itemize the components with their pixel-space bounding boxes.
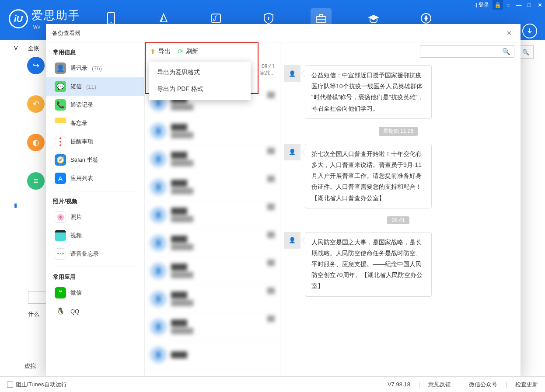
- modal-title: 备份查看器: [52, 29, 80, 37]
- sidebar-item-label: 微信: [70, 289, 82, 297]
- bg-share-icon: ↪: [27, 57, 45, 74]
- block-itunes-label: 阻止iTunes自动运行: [16, 381, 67, 389]
- bg-box: [28, 291, 46, 304]
- sidebar-item-label: QQ: [70, 308, 79, 315]
- avatar-icon: 👤: [150, 151, 167, 167]
- export-button[interactable]: ⬆ 导出: [150, 48, 171, 56]
- avatar-icon: 👤: [150, 291, 167, 307]
- refresh-label: 刷新: [186, 48, 198, 56]
- section-header-apps: 常用应用: [46, 271, 144, 284]
- phone-icon: 📞: [55, 99, 66, 111]
- sidebar-item-label: 短信: [70, 83, 82, 90]
- sidebar-item-voicememos[interactable]: 〰 语音备忘录: [46, 245, 144, 263]
- refresh-button[interactable]: ⟳ 刷新: [178, 48, 198, 56]
- photos-icon: 🌸: [55, 212, 66, 223]
- modal-close-button[interactable]: ✕: [504, 28, 514, 38]
- sidebar-item-reminders[interactable]: ●●● 提醒事项: [46, 132, 144, 151]
- wechat-pub-link[interactable]: 微信公众号: [469, 381, 497, 389]
- message-bubble: 人民防空是国之大事，是国家战略，是长期战略。人民防空使命任务是战时防空、平时服务…: [305, 232, 432, 297]
- login-link[interactable]: →] 登录: [468, 1, 493, 9]
- message-bubble: 公益短信：中宣部近日授予国家援鄂抗疫医疗队等10个抗疫一线医务人员英雄群体“时代…: [305, 65, 432, 119]
- sidebar-item-photos[interactable]: 🌸 照片: [46, 208, 144, 226]
- export-label: 导出: [158, 48, 171, 56]
- reminders-icon: ●●●: [55, 136, 66, 147]
- videos-icon: [55, 230, 66, 241]
- bg-virtual: 虚拟: [24, 362, 36, 370]
- sidebar-item-sms[interactable]: 💬 短信 (11): [46, 77, 144, 96]
- apps-icon: A: [55, 173, 66, 184]
- section-header-common: 常用信息: [46, 46, 144, 59]
- avatar-icon: 👤: [284, 65, 300, 82]
- sidebar-item-videos[interactable]: 视频: [46, 226, 144, 245]
- avatar-icon: 👤: [284, 232, 300, 249]
- feedback-link[interactable]: 意见反馈: [428, 381, 451, 389]
- bg-undo-icon: ↶: [27, 95, 45, 113]
- thread-row[interactable]: 👤████████████: [145, 201, 280, 229]
- thread-row[interactable]: 👤████████████: [145, 229, 280, 257]
- thread-row[interactable]: 👤████████████: [145, 173, 280, 201]
- bg-text: 全恢: [28, 45, 39, 52]
- thread-row[interactable]: 👤████████████: [145, 257, 280, 285]
- export-menu-item-pdf[interactable]: 导出为 PDF 格式: [149, 81, 251, 97]
- thread-row[interactable]: 👤████████████: [145, 313, 280, 341]
- download-button[interactable]: [522, 24, 537, 38]
- version-label: V7.98.18: [388, 381, 410, 388]
- safari-icon: 🧭: [55, 154, 66, 166]
- sidebar-item-safari[interactable]: 🧭 Safari 书签: [46, 151, 144, 169]
- contacts-icon: 👤: [55, 62, 66, 74]
- bg-check-icon: ≡: [27, 172, 45, 190]
- thread-row[interactable]: 👤████████████: [145, 145, 280, 173]
- search-input[interactable]: [424, 49, 502, 55]
- maximize-button[interactable]: □: [524, 0, 535, 10]
- minimize-button[interactable]: —: [514, 0, 524, 10]
- wechat-icon: ❝: [55, 287, 66, 298]
- sidebar-item-label: 通话记录: [70, 101, 93, 109]
- bg-what: 什么: [28, 310, 39, 318]
- thread-row[interactable]: 👤████████████: [145, 285, 280, 313]
- qq-icon: 🐧: [55, 305, 66, 317]
- notes-icon: [55, 118, 66, 129]
- sidebar-item-label: 提醒事项: [70, 138, 93, 146]
- section-header-media: 照片/视频: [46, 195, 144, 208]
- sidebar-item-wechat[interactable]: ❝ 微信: [46, 284, 144, 302]
- bg-letter: V: [14, 45, 18, 51]
- refresh-icon: ⟳: [178, 48, 183, 56]
- sidebar-item-count: (76): [92, 65, 102, 72]
- export-menu-item-aisi[interactable]: 导出为爱思格式: [149, 64, 251, 81]
- sidebar-item-label: 应用列表: [70, 174, 93, 182]
- search-icon[interactable]: 🔍: [502, 48, 510, 56]
- message-row: 👤 第七次全国人口普查开始啦！十年变化有多大，人口普查来说话。普查员于9月-11…: [284, 144, 513, 208]
- message-bubble: 第七次全国人口普查开始啦！十年变化有多大，人口普查来说话。普查员于9月-11月入…: [305, 144, 432, 208]
- avatar-icon: 👤: [150, 235, 167, 251]
- avatar-icon: 👤: [150, 207, 167, 223]
- sidebar-item-qq[interactable]: 🐧 QQ: [46, 302, 144, 320]
- sidebar-item-count: (11): [86, 83, 96, 90]
- thread-row[interactable]: 👤████: [145, 341, 280, 369]
- sidebar-item-label: Safari 书签: [70, 156, 98, 164]
- thread-row[interactable]: 👤██████████: [145, 117, 280, 145]
- sidebar-item-label: 视频: [70, 232, 82, 239]
- app-name: 爱思助手: [31, 8, 80, 23]
- avatar-icon: 👤: [150, 263, 167, 279]
- time-separator: 星期四 11:26: [379, 127, 418, 136]
- app-logo-icon: iU: [9, 9, 28, 28]
- avatar-icon: 👤: [150, 347, 167, 363]
- block-itunes-checkbox[interactable]: 阻止iTunes自动运行: [7, 381, 67, 389]
- menu-icon[interactable]: ≡: [503, 0, 514, 10]
- check-update-link[interactable]: 检查更新: [515, 381, 538, 389]
- svg-rect-3: [212, 14, 220, 23]
- svg-point-1: [111, 22, 112, 23]
- sidebar-item-label: 照片: [70, 213, 82, 221]
- checkbox-icon: [7, 382, 13, 388]
- export-menu: 导出为爱思格式 导出为 PDF 格式: [149, 62, 251, 100]
- sidebar-item-calllog[interactable]: 📞 通话记录: [46, 96, 144, 114]
- sidebar-item-label: 备忘录: [70, 119, 87, 127]
- message-row: 👤 人民防空是国之大事，是国家战略，是长期战略。人民防空使命任务是战时防空、平时…: [284, 232, 513, 297]
- export-icon: ⬆: [150, 48, 156, 56]
- sidebar-item-notes[interactable]: 备忘录: [46, 114, 144, 132]
- close-window-button[interactable]: ✕: [535, 0, 545, 10]
- sidebar-item-apps[interactable]: A 应用列表: [46, 169, 144, 187]
- sidebar-item-contacts[interactable]: 👤 通讯录 (76): [46, 59, 144, 77]
- lock-icon[interactable]: 🔒: [493, 0, 503, 10]
- search-input-wrapper[interactable]: 🔍: [420, 45, 514, 58]
